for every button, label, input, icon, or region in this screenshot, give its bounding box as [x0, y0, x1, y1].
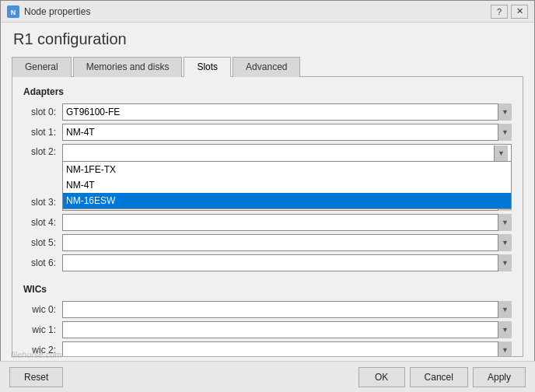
- reset-button[interactable]: Reset: [9, 367, 63, 387]
- slot-1-label: slot 1:: [23, 127, 62, 138]
- slot-6-label: slot 6:: [23, 257, 62, 268]
- slot-6-select[interactable]: [62, 254, 512, 271]
- slot-1-select[interactable]: NM-4T: [62, 124, 512, 141]
- ok-button[interactable]: OK: [358, 367, 405, 387]
- slot-0-select-wrapper: GT96100-FE ▼: [62, 103, 512, 121]
- wic-2-label: wic 2:: [23, 345, 62, 355]
- window-icon: N: [7, 5, 19, 18]
- slot-0-select[interactable]: GT96100-FE: [62, 103, 512, 121]
- slot-2-dropdown-list: NM-1FE-TX NM-4T NM-16ESW: [62, 161, 512, 209]
- slot-1-select-wrapper: NM-4T ▼: [62, 124, 512, 141]
- bottom-right: OK Cancel Apply: [358, 367, 526, 387]
- bottom-left: Reset: [9, 367, 358, 387]
- svg-text:N: N: [11, 9, 16, 16]
- wics-section: WICs wic 0: ▼ wic 1: ▼: [23, 284, 512, 357]
- close-button[interactable]: ✕: [511, 5, 528, 19]
- slot-2-dropdown-wrapper: ▼ NM-1FE-TX NM-4T NM-16ESW: [62, 144, 512, 161]
- wic-1-select[interactable]: [62, 321, 512, 338]
- wic-1-label: wic 1:: [23, 324, 62, 335]
- tab-bar: General Memories and disks Slots Advance…: [12, 56, 523, 77]
- window-title: Node properties: [24, 6, 491, 17]
- wic-0-row: wic 0: ▼: [23, 301, 512, 318]
- wic-2-row: wic 2: ▼: [23, 341, 512, 357]
- slot-3-label: slot 3:: [23, 197, 62, 208]
- slot-6-select-wrapper: ▼: [62, 254, 512, 271]
- dropdown-option-nm16esw[interactable]: NM-16ESW: [63, 193, 511, 208]
- tab-advanced[interactable]: Advanced: [233, 57, 300, 77]
- slot-4-select-wrapper: ▼: [62, 214, 512, 231]
- tab-slots[interactable]: Slots: [184, 57, 231, 77]
- wic-1-select-wrapper: ▼: [62, 321, 512, 338]
- dropdown-option-nm1fetx[interactable]: NM-1FE-TX: [63, 162, 511, 177]
- title-bar: N Node properties ? ✕: [1, 1, 534, 23]
- bottom-bar: Reset OK Cancel Apply: [0, 361, 535, 392]
- wic-2-select-wrapper: ▼: [62, 341, 512, 357]
- adapters-section-title: Adapters: [23, 86, 512, 97]
- main-content: R1 configuration General Memories and di…: [1, 23, 534, 363]
- slot-0-label: slot 0:: [23, 107, 62, 117]
- slot-2-field[interactable]: ▼: [62, 144, 512, 161]
- slot-1-row: slot 1: NM-4T ▼: [23, 124, 512, 141]
- wic-1-row: wic 1: ▼: [23, 321, 512, 338]
- slot-6-row: slot 6: ▼: [23, 254, 512, 271]
- slot-4-select[interactable]: [62, 214, 512, 231]
- wic-0-select[interactable]: [62, 301, 512, 318]
- slot-2-arrow-icon: ▼: [494, 145, 508, 161]
- page-title: R1 configuration: [12, 30, 523, 48]
- slot-2-row: slot 2: ▼ NM-1FE-TX NM-4T NM-16ESW: [23, 144, 512, 161]
- slot-5-label: slot 5:: [23, 237, 62, 248]
- wics-section-title: WICs: [23, 284, 512, 295]
- slot-5-row: slot 5: ▼: [23, 234, 512, 251]
- wic-0-select-wrapper: ▼: [62, 301, 512, 318]
- tab-memories[interactable]: Memories and disks: [73, 57, 183, 77]
- help-button[interactable]: ?: [491, 5, 508, 19]
- cancel-button[interactable]: Cancel: [410, 367, 468, 387]
- slot-2-label: slot 2:: [23, 144, 62, 157]
- wic-0-label: wic 0:: [23, 304, 62, 315]
- tab-general[interactable]: General: [12, 57, 72, 77]
- slots-panel: Adapters slot 0: GT96100-FE ▼ slot 1: NM…: [12, 77, 523, 357]
- slot-4-row: slot 4: ▼: [23, 214, 512, 231]
- slot-4-label: slot 4:: [23, 217, 62, 228]
- window-controls: ? ✕: [491, 5, 528, 19]
- apply-button[interactable]: Apply: [473, 367, 526, 387]
- slot-0-row: slot 0: GT96100-FE ▼: [23, 103, 512, 121]
- slot-5-select-wrapper: ▼: [62, 234, 512, 251]
- dropdown-option-nm4t[interactable]: NM-4T: [63, 177, 511, 193]
- slot-5-select[interactable]: [62, 234, 512, 251]
- wic-2-select[interactable]: [62, 341, 512, 357]
